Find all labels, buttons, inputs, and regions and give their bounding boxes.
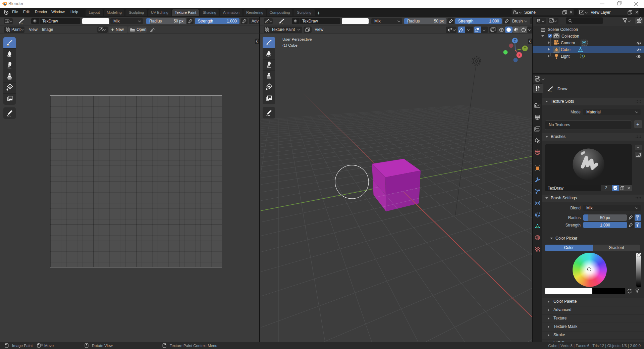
svg-text:Y: Y (524, 47, 526, 50)
svg-text:X: X (518, 53, 521, 57)
svg-text:Z: Z (514, 39, 516, 43)
